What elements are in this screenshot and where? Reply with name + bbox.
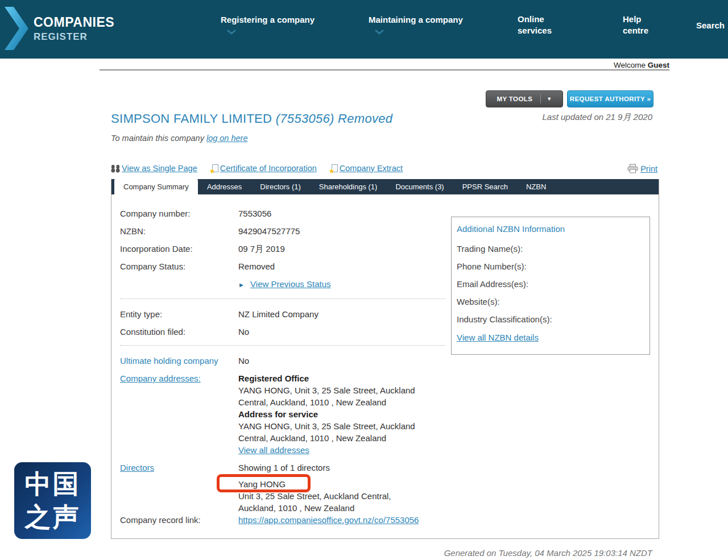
- certificate-item[interactable]: ★ Certificate of Incorporation: [211, 164, 317, 173]
- company-record-link-row: Company record link: https://app.compani…: [120, 514, 650, 526]
- entity-type-value: NZ Limited Company: [238, 308, 426, 320]
- nav-registering-a-company[interactable]: Registering a company: [221, 14, 315, 26]
- company-number-status: (7553056) Removed: [276, 111, 393, 126]
- view-all-nzbn-details-link[interactable]: View all NZBN details: [457, 333, 539, 342]
- phone-numbers-label: Phone Number(s):: [457, 260, 559, 272]
- watermark-line1: 中国: [25, 468, 81, 501]
- last-updated-text: Last updated on 21 9月 2020: [543, 112, 653, 123]
- log-on-here-link[interactable]: log on here: [206, 134, 248, 143]
- tab-nzbn[interactable]: NZBN: [517, 179, 555, 194]
- companies-register-logo[interactable]: COMPANIES REGISTER: [5, 7, 114, 50]
- company-status-label: Company Status:: [120, 260, 238, 272]
- document-star-icon: ★: [330, 164, 338, 173]
- address-for-service-heading: Address for service: [238, 409, 318, 419]
- company-number-value: 7553056: [238, 208, 426, 219]
- constitution-value: No: [238, 326, 426, 338]
- my-tools-label: MY TOOLS: [497, 96, 532, 102]
- director-name-wrap: Yang HONG: [238, 478, 286, 490]
- directors-row: Directors Showing 1 of 1 directors Yang …: [120, 462, 650, 514]
- trading-names-label: Trading Name(s):: [457, 243, 559, 255]
- view-previous-status-link[interactable]: View Previous Status: [250, 279, 330, 289]
- email-addresses-label: Email Address(es):: [457, 278, 559, 290]
- company-addresses-row: Company addresses: Registered Office YAN…: [120, 372, 650, 456]
- ultimate-holding-row: Ultimate holding company No: [120, 355, 650, 367]
- welcome-status: Welcome Guest: [614, 61, 669, 69]
- printer-icon: [627, 164, 638, 173]
- nav-search[interactable]: Search: [696, 20, 725, 31]
- company-status-value: Removed: [238, 260, 426, 272]
- company-extract-link[interactable]: Company Extract: [340, 164, 403, 173]
- print-link[interactable]: Print: [640, 164, 657, 173]
- button-divider: [540, 94, 541, 103]
- director-address: Unit 3, 25 Sale Street, Auckland Central…: [238, 490, 419, 514]
- logo-title: COMPANIES: [34, 15, 114, 30]
- maintain-prefix: To maintain this company: [111, 134, 206, 143]
- industry-classification-label: Industry Classification(s):: [457, 313, 559, 325]
- director-name: Yang HONG: [238, 479, 286, 489]
- my-tools-button[interactable]: MY TOOLS ▼: [486, 90, 563, 107]
- section-divider: [120, 345, 445, 346]
- view-single-page-link[interactable]: View as Single Page: [122, 164, 197, 173]
- chevron-down-icon: [226, 29, 237, 35]
- section-divider: [120, 298, 445, 299]
- tab-shareholdings[interactable]: Shareholdings (1): [310, 179, 387, 194]
- additional-nzbn-panel: Additional NZBN Information Trading Name…: [451, 217, 650, 355]
- tab-addresses[interactable]: Addresses: [198, 179, 251, 194]
- websites-label: Website(s):: [457, 296, 559, 308]
- print-item[interactable]: Print: [627, 164, 657, 173]
- nzbn-panel-title: Additional NZBN Information: [457, 224, 644, 234]
- company-record-link-label: Company record link:: [120, 514, 238, 526]
- request-authority-label: REQUEST AUTHORITY »: [570, 96, 651, 102]
- ultimate-holding-label[interactable]: Ultimate holding company: [120, 355, 238, 367]
- nav-help-centre[interactable]: Help centre: [623, 14, 653, 36]
- tab-directors[interactable]: Directors (1): [251, 179, 310, 194]
- nzbn-label: NZBN:: [120, 225, 238, 237]
- triangle-right-icon: ►: [238, 281, 245, 288]
- view-all-addresses-link[interactable]: View all addresses: [238, 445, 309, 455]
- nav-maintaining-a-company[interactable]: Maintaining a company: [369, 14, 463, 26]
- entity-type-label: Entity type:: [120, 308, 238, 320]
- document-star-icon: ★: [211, 164, 218, 173]
- company-extract-item[interactable]: ★ Company Extract: [330, 164, 403, 173]
- company-name: SIMPSON FAMILY LIMITED: [111, 111, 276, 126]
- registered-office-heading: Registered Office: [238, 374, 309, 383]
- logo-chevron-icon: [5, 7, 28, 50]
- watermark-line2: 之声: [25, 501, 81, 534]
- tab-bar: Company Summary Addresses Directors (1) …: [111, 179, 659, 194]
- welcome-user: Guest: [648, 61, 669, 69]
- incorporation-date-label: Incorporation Date:: [120, 243, 238, 255]
- chevron-down-icon: [374, 29, 384, 35]
- request-authority-button[interactable]: REQUEST AUTHORITY »: [567, 90, 653, 107]
- nzbn-value: 9429047527775: [238, 225, 426, 237]
- tab-company-summary[interactable]: Company Summary: [114, 179, 198, 194]
- address-for-service-address: YANG HONG, Unit 3, 25 Sale Street, Auckl…: [238, 420, 419, 444]
- welcome-prefix: Welcome: [614, 61, 648, 69]
- ultimate-holding-value: No: [238, 355, 426, 367]
- company-record-link[interactable]: https://app.companiesoffice.govt.nz/co/7…: [238, 515, 419, 525]
- generated-timestamp: Generated on Tuesday, 04 March 2025 19:0…: [444, 548, 652, 558]
- company-summary-panel: Company Summary Addresses Directors (1) …: [111, 179, 659, 539]
- constitution-label: Constitution filed:: [120, 326, 238, 338]
- action-links-row: View as Single Page ★ Certificate of Inc…: [111, 164, 659, 176]
- logo-subtitle: REGISTER: [34, 31, 114, 43]
- china-voice-watermark-logo: 中国 之声: [14, 462, 91, 539]
- maintain-line: To maintain this company log on here: [111, 134, 247, 143]
- company-addresses-link[interactable]: Company addresses:: [120, 374, 201, 383]
- registered-office-address: YANG HONG, Unit 3, 25 Sale Street, Auckl…: [238, 384, 419, 408]
- binoculars-icon: [111, 164, 120, 173]
- site-header: COMPANIES REGISTER Registering a company…: [0, 0, 728, 59]
- directors-link[interactable]: Directors: [120, 463, 154, 472]
- certificate-link[interactable]: Certificate of Incorporation: [220, 164, 317, 173]
- dropdown-arrow-icon[interactable]: ▼: [547, 96, 552, 102]
- company-number-label: Company number:: [120, 208, 238, 219]
- tab-ppsr-search[interactable]: PPSR Search: [453, 179, 517, 194]
- view-single-page-item[interactable]: View as Single Page: [111, 164, 197, 173]
- directors-count: Showing 1 of 1 directors: [238, 462, 419, 474]
- nav-online-services[interactable]: Online services: [518, 14, 555, 36]
- page-title: SIMPSON FAMILY LIMITED (7553056) Removed: [111, 111, 392, 126]
- incorporation-date-value: 09 7月 2019: [238, 243, 426, 255]
- header-divider: [100, 69, 669, 70]
- tab-documents[interactable]: Documents (3): [386, 179, 453, 194]
